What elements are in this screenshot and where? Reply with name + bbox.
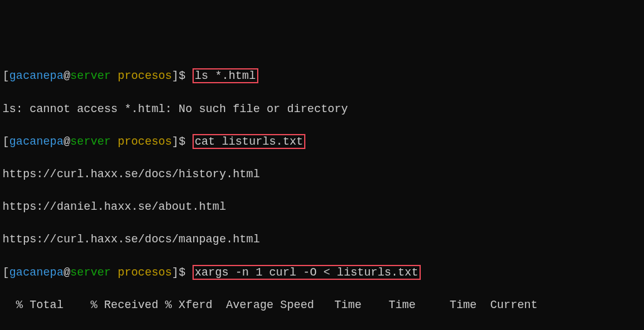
url-3: https://curl.haxx.se/docs/manpage.html bbox=[3, 231, 641, 247]
prompt-line-2: [gacanepa@server procesos]$ cat listurls… bbox=[3, 133, 641, 150]
prompt-host: server bbox=[70, 70, 111, 82]
prompt-sep bbox=[111, 266, 118, 279]
prompt-line-1: [gacanepa@server procesos]$ ls *.html bbox=[3, 68, 641, 84]
prompt-sep bbox=[111, 70, 118, 82]
bracket-close: ]$ bbox=[172, 266, 192, 279]
url-1: https://curl.haxx.se/docs/history.html bbox=[3, 166, 641, 182]
bracket-open: [ bbox=[3, 266, 9, 279]
prompt-path: procesos bbox=[118, 266, 172, 279]
bracket-close: ]$ bbox=[172, 70, 192, 82]
bracket-open: [ bbox=[3, 135, 9, 148]
prompt-host: server bbox=[70, 135, 111, 148]
url-2: https://daniel.haxx.se/about.html bbox=[3, 199, 641, 215]
prompt-host: server bbox=[70, 266, 111, 279]
prompt-path: procesos bbox=[118, 135, 172, 148]
prompt-path: procesos bbox=[118, 70, 172, 82]
command-cat-listurls: cat listurls.txt bbox=[193, 134, 306, 149]
prompt-line-3: [gacanepa@server procesos]$ xargs -n 1 c… bbox=[3, 264, 641, 281]
command-ls-html-1: ls *.html bbox=[193, 68, 258, 83]
bracket-open: [ bbox=[3, 70, 9, 82]
prompt-at: @ bbox=[63, 70, 70, 82]
prompt-user: gacanepa bbox=[9, 135, 63, 148]
prompt-sep bbox=[111, 135, 118, 148]
bracket-close: ]$ bbox=[172, 135, 192, 148]
prompt-user: gacanepa bbox=[9, 266, 63, 279]
command-xargs-curl: xargs -n 1 curl -O < listurls.txt bbox=[193, 265, 421, 280]
ls-error-output: ls: cannot access *.html: No such file o… bbox=[3, 101, 641, 117]
prompt-user: gacanepa bbox=[9, 70, 63, 82]
curl-header-1-line-1: % Total % Received % Xferd Average Speed… bbox=[3, 297, 641, 313]
prompt-at: @ bbox=[63, 266, 70, 279]
terminal[interactable]: [gacanepa@server procesos]$ ls *.html ls… bbox=[3, 68, 641, 330]
prompt-at: @ bbox=[63, 135, 70, 148]
